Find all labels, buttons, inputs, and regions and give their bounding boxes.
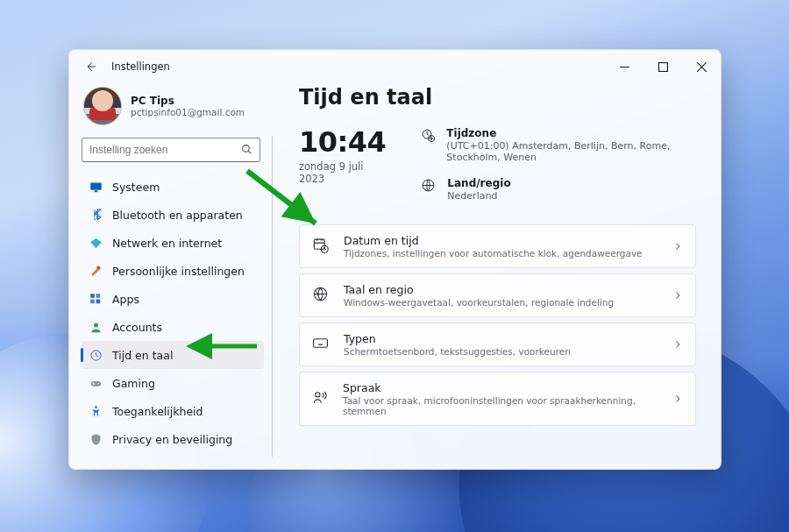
info-region: Land/regio Nederland [421, 177, 696, 202]
settings-window: Instellingen PC Tips pctipsinfo01@gmail.… [68, 49, 721, 470]
nav-list: Systeem ᛒ Bluetooth en apparaten Netwerk… [82, 173, 273, 453]
svg-rect-7 [90, 300, 95, 304]
svg-rect-17 [314, 239, 324, 249]
info-timezone: Tijdzone (UTC+01:00) Amsterdam, Berlijn,… [421, 127, 696, 163]
globe-icon [421, 178, 437, 194]
game-icon [89, 376, 103, 390]
svg-point-9 [94, 323, 98, 327]
sidebar: PC Tips pctipsinfo01@gmail.com Systeem ᛒ… [69, 83, 273, 469]
sidebar-item-tijd-en-taal[interactable]: Tijd en taal [82, 341, 264, 369]
card-typen[interactable]: Typen Schermtoetsenbord, tekstsuggesties… [299, 323, 696, 366]
svg-point-21 [316, 392, 320, 396]
search-icon [241, 142, 252, 159]
card-desc: Tijdzones, instellingen voor automatisch… [344, 248, 643, 259]
svg-point-12 [97, 382, 99, 384]
sidebar-item-gaming[interactable]: Gaming [82, 369, 264, 397]
sidebar-item-toegankelijkheid[interactable]: Toegankelijkheid [82, 397, 264, 425]
settings-cards: Datum en tijd Tijdzones, instellingen vo… [299, 224, 696, 426]
sidebar-item-label: Toegankelijkheid [112, 405, 203, 418]
chevron-right-icon [672, 337, 683, 353]
card-title: Taal en regio [344, 283, 614, 296]
sidebar-item-netwerk[interactable]: Netwerk en internet [82, 229, 264, 257]
chevron-right-icon [672, 391, 683, 408]
card-title: Spraak [343, 381, 658, 394]
info-row: 10:44 zondag 9 juli 2023 Tijdzone (UTC+0… [299, 125, 696, 202]
card-desc: Windows-weergavetaal, voorkeurstalen, re… [344, 297, 614, 308]
sidebar-item-label: Privacy en beveiliging [112, 433, 232, 446]
card-datum-en-tijd[interactable]: Datum en tijd Tijdzones, instellingen vo… [299, 224, 696, 268]
sidebar-item-persoonlijk[interactable]: Persoonlijke instellingen [82, 257, 264, 285]
current-date: zondag 9 juli 2023 [299, 160, 386, 185]
sidebar-item-label: Gaming [112, 377, 155, 390]
search-box[interactable] [82, 138, 260, 162]
sidebar-item-label: Netwerk en internet [112, 237, 222, 250]
card-desc: Schermtoetsenbord, tekstsuggesties, voor… [344, 346, 571, 357]
card-spraak[interactable]: Spraak Taal voor spraak, microfooninstel… [299, 372, 696, 426]
main-panel: Tijd en taal 10:44 zondag 9 juli 2023 Ti… [273, 83, 721, 469]
keyboard-icon [312, 335, 330, 355]
sidebar-item-label: Accounts [112, 321, 162, 334]
chevron-right-icon [672, 238, 683, 255]
close-button[interactable] [682, 52, 721, 82]
info-label: Land/regio [447, 177, 510, 189]
profile-name: PC Tips [131, 95, 245, 107]
minimize-button[interactable] [605, 52, 643, 82]
svg-rect-20 [314, 338, 328, 347]
card-desc: Taal voor spraak, microfooninstellingen … [343, 395, 658, 416]
search-input[interactable] [89, 144, 234, 156]
svg-rect-5 [90, 294, 95, 298]
svg-point-1 [243, 145, 250, 152]
shield-icon [89, 432, 103, 446]
svg-rect-8 [96, 300, 101, 304]
page-title: Tijd en taal [299, 85, 696, 110]
profile-email: pctipsinfo01@gmail.com [131, 107, 245, 117]
apps-icon [89, 292, 103, 306]
titlebar: Instellingen [69, 50, 721, 83]
sidebar-item-label: Tijd en taal [112, 349, 173, 362]
card-taal-en-regio[interactable]: Taal en regio Windows-weergavetaal, voor… [299, 273, 696, 317]
sidebar-item-label: Bluetooth en apparaten [112, 209, 243, 222]
display-icon [89, 180, 103, 194]
sidebar-item-accounts[interactable]: Accounts [82, 313, 264, 341]
window-title: Instellingen [111, 60, 170, 73]
calendar-clock-icon [312, 237, 330, 257]
brush-icon [89, 264, 103, 278]
maximize-button[interactable] [643, 52, 682, 82]
svg-rect-0 [658, 62, 667, 71]
svg-point-13 [95, 406, 97, 408]
sidebar-item-systeem[interactable]: Systeem [82, 173, 264, 201]
sidebar-item-apps[interactable]: Apps [82, 285, 264, 313]
wifi-icon [89, 236, 103, 250]
back-button[interactable] [78, 54, 103, 79]
clock-globe-icon [89, 348, 103, 362]
info-value: (UTC+01:00) Amsterdam, Berlijn, Bern, Ro… [446, 140, 696, 163]
sidebar-item-label: Persoonlijke instellingen [112, 265, 245, 278]
bluetooth-icon: ᛒ [89, 208, 103, 222]
sidebar-item-bluetooth[interactable]: ᛒ Bluetooth en apparaten [82, 201, 264, 229]
svg-rect-3 [94, 190, 97, 192]
svg-rect-6 [96, 294, 101, 298]
avatar [83, 87, 122, 125]
timezone-icon [421, 128, 436, 144]
info-value: Nederland [447, 190, 510, 202]
info-label: Tijdzone [446, 127, 696, 139]
person-icon [89, 320, 103, 334]
card-title: Datum en tijd [344, 234, 643, 247]
accessibility-icon [89, 404, 103, 418]
speech-icon [312, 389, 329, 409]
chevron-right-icon [672, 287, 683, 304]
svg-rect-2 [90, 182, 102, 189]
card-title: Typen [344, 332, 571, 345]
profile-block[interactable]: PC Tips pctipsinfo01@gmail.com [82, 85, 273, 136]
sidebar-item-label: Apps [112, 293, 139, 306]
sidebar-item-privacy[interactable]: Privacy en beveiliging [82, 425, 264, 453]
current-time: 10:44 [299, 125, 386, 159]
language-icon [312, 286, 330, 306]
sidebar-item-label: Systeem [112, 181, 160, 194]
